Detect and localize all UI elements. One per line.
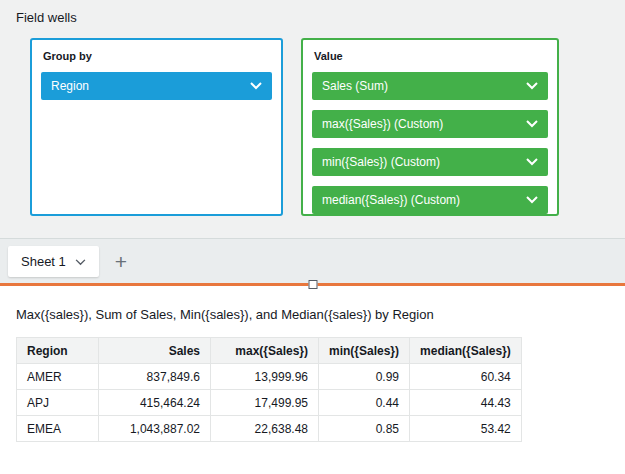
cell-max: 17,499.95 (211, 390, 319, 416)
table-row: APJ 415,464.24 17,499.95 0.44 44.43 (17, 390, 522, 416)
visual-title: Max({sales}), Sum of Sales, Min({sales})… (16, 307, 609, 322)
cell-sales: 837,849.6 (99, 364, 211, 390)
value-field-max-sales[interactable]: max({Sales}) (Custom) (312, 110, 548, 138)
field-pill-label: Region (51, 79, 89, 93)
column-header-region[interactable]: Region (17, 338, 99, 364)
chevron-down-icon (526, 82, 538, 90)
table-row: EMEA 1,043,887.02 22,638.48 0.85 53.42 (17, 416, 522, 442)
cell-sales: 415,464.24 (99, 390, 211, 416)
visual-selection-border (0, 283, 625, 286)
cell-min: 0.85 (319, 416, 410, 442)
cell-region: EMEA (17, 416, 99, 442)
column-header-min[interactable]: min({Sales}) (319, 338, 410, 364)
group-by-well[interactable]: Group by Region (30, 38, 283, 216)
field-pill-label: Sales (Sum) (322, 79, 388, 93)
column-header-median[interactable]: median({Sales}) (410, 338, 522, 364)
tab-label: Sheet 1 (21, 254, 66, 269)
cell-max: 13,999.96 (211, 364, 319, 390)
table-header-row: Region Sales max({Sales}) min({Sales}) m… (17, 338, 522, 364)
plus-icon: + (115, 250, 127, 273)
cell-min: 0.44 (319, 390, 410, 416)
add-sheet-button[interactable]: + (115, 251, 127, 272)
cell-max: 22,638.48 (211, 416, 319, 442)
chevron-down-icon (75, 254, 86, 269)
group-by-label: Group by (43, 50, 272, 62)
field-pill-label: min({Sales}) (Custom) (322, 155, 440, 169)
field-pill-label: max({Sales}) (Custom) (322, 117, 443, 131)
resize-handle[interactable] (308, 280, 317, 289)
group-by-field-region[interactable]: Region (41, 72, 272, 100)
cell-sales: 1,043,887.02 (99, 416, 211, 442)
pivot-table: Region Sales max({Sales}) min({Sales}) m… (16, 337, 522, 442)
column-header-max[interactable]: max({Sales}) (211, 338, 319, 364)
field-wells-row: Group by Region Value Sales (Sum) max({S… (16, 38, 609, 216)
chevron-down-icon (250, 82, 262, 90)
value-field-sales-sum[interactable]: Sales (Sum) (312, 72, 548, 100)
chevron-down-icon (526, 158, 538, 166)
chevron-down-icon (526, 120, 538, 128)
table-row: AMER 837,849.6 13,999.96 0.99 60.34 (17, 364, 522, 390)
sheet-tab-bar: Sheet 1 + (0, 238, 625, 283)
tab-sheet-1[interactable]: Sheet 1 (8, 246, 99, 277)
visual-canvas[interactable]: Max({sales}), Sum of Sales, Min({sales})… (0, 286, 625, 474)
cell-min: 0.99 (319, 364, 410, 390)
value-field-median-sales[interactable]: median({Sales}) (Custom) (312, 186, 548, 214)
chevron-down-icon (526, 196, 538, 204)
cell-region: APJ (17, 390, 99, 416)
value-well[interactable]: Value Sales (Sum) max({Sales}) (Custom) … (301, 38, 559, 216)
cell-median: 53.42 (410, 416, 522, 442)
field-pill-label: median({Sales}) (Custom) (322, 193, 460, 207)
column-header-sales[interactable]: Sales (99, 338, 211, 364)
cell-region: AMER (17, 364, 99, 390)
field-wells-panel: Field wells Group by Region Value Sales … (0, 0, 625, 238)
field-wells-title: Field wells (16, 10, 609, 25)
value-label: Value (314, 50, 548, 62)
cell-median: 44.43 (410, 390, 522, 416)
value-field-min-sales[interactable]: min({Sales}) (Custom) (312, 148, 548, 176)
cell-median: 60.34 (410, 364, 522, 390)
